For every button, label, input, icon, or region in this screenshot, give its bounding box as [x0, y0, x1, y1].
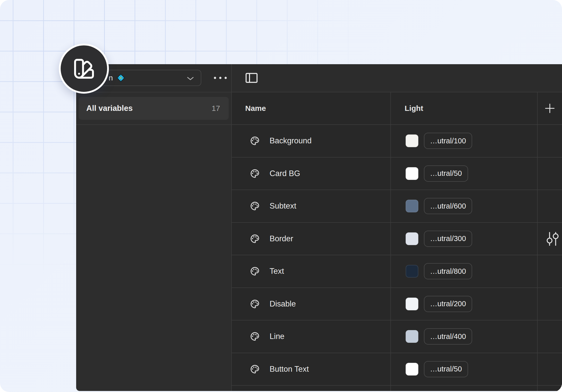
toggle-sidebar-button[interactable]: [244, 71, 259, 85]
color-swatch[interactable]: [406, 200, 418, 212]
color-swatch[interactable]: [406, 167, 418, 180]
more-options-button[interactable]: [211, 71, 229, 85]
sidebar-item-all-variables[interactable]: All variables 17: [79, 97, 229, 120]
name-cell: Disable: [232, 288, 391, 320]
color-swatch[interactable]: [406, 134, 418, 147]
palette-icon: [250, 364, 260, 374]
light-mode-cell: …utral/50: [391, 158, 538, 190]
table-header: Name Light: [232, 92, 562, 124]
palette-icon: [250, 234, 260, 244]
panel-topbar: n: [76, 64, 562, 92]
name-cell: Subtext: [232, 190, 391, 222]
column-header-name: Name: [245, 92, 266, 124]
value-alias-chip[interactable]: …utral/800: [424, 263, 472, 279]
row-actions-cell: [538, 125, 562, 157]
topbar-divider: [76, 92, 562, 92]
variables-badge: [59, 44, 109, 94]
variable-name: Card BG: [270, 169, 300, 178]
light-mode-cell: …utral/800: [391, 255, 538, 287]
variables-table-body: Background …utral/100 Card BG …utral/50: [232, 125, 562, 391]
palette-icon: [250, 201, 260, 211]
name-cell: Border: [232, 223, 391, 255]
variable-name: Border: [270, 234, 293, 243]
variable-name: Disable: [270, 299, 296, 309]
name-cell: Card BG: [232, 158, 391, 190]
name-light-column-divider: [390, 92, 391, 391]
row-actions-cell: [538, 158, 562, 190]
row-actions-cell: [538, 255, 562, 287]
table-row[interactable]: Disable …utral/200: [232, 288, 562, 321]
palette-icon: [250, 299, 260, 309]
table-row[interactable]: Card BG …utral/50: [232, 158, 562, 190]
name-cell: Background: [232, 125, 391, 157]
light-mode-cell: …utral/400: [391, 320, 538, 353]
table-row[interactable]: Subtext …utral/600: [232, 190, 562, 223]
color-swatch[interactable]: [406, 298, 418, 310]
palette-icon: [250, 136, 260, 146]
collections-sidebar: All variables 17: [76, 92, 231, 124]
swatch-book-icon: [72, 57, 96, 81]
color-swatch[interactable]: [406, 265, 418, 278]
row-actions-cell: [538, 190, 562, 222]
light-mode-cell: …utral/300: [391, 223, 538, 255]
library-diamond-icon: [117, 74, 125, 82]
collection-name: n: [109, 74, 113, 82]
name-cell: Line: [232, 320, 391, 353]
plus-icon: [544, 103, 555, 114]
color-swatch[interactable]: [406, 363, 418, 376]
table-row-partial: [232, 386, 562, 391]
variable-name: Line: [270, 332, 285, 341]
table-row[interactable]: Border …utral/300: [232, 223, 562, 255]
table-row[interactable]: Line …utral/400: [232, 320, 562, 353]
palette-icon: [250, 266, 260, 276]
header-divider: [76, 124, 562, 125]
value-alias-chip[interactable]: …utral/100: [424, 133, 472, 149]
column-header-light: Light: [405, 92, 423, 124]
table-row[interactable]: Button Text …utral/50: [232, 353, 562, 386]
name-cell: Text: [232, 255, 391, 287]
row-actions-cell: [538, 320, 562, 353]
value-alias-chip[interactable]: …utral/200: [424, 296, 472, 312]
row-actions-cell: [538, 288, 562, 320]
ellipsis-icon: [213, 76, 227, 79]
table-row[interactable]: Text …utral/800: [232, 255, 562, 288]
value-alias-chip[interactable]: …utral/50: [424, 361, 468, 377]
sliders-icon[interactable]: [546, 230, 559, 247]
chevron-down-icon: [187, 76, 194, 81]
variable-name: Subtext: [270, 201, 296, 211]
variable-name: Background: [270, 136, 311, 145]
light-mode-cell: …utral/200: [391, 288, 538, 320]
palette-icon: [250, 168, 260, 179]
sidebar-item-label: All variables: [86, 104, 212, 113]
add-variable-button[interactable]: [538, 92, 562, 124]
color-swatch[interactable]: [406, 330, 418, 343]
light-mode-cell: …utral/600: [391, 190, 538, 222]
variable-name: Text: [270, 267, 284, 276]
light-mode-cell: …utral/50: [391, 353, 538, 385]
variable-name: Button Text: [270, 365, 309, 374]
light-add-column-divider: [537, 92, 538, 391]
table-row[interactable]: Background …utral/100: [232, 125, 562, 158]
row-actions-cell: [538, 353, 562, 385]
variables-panel: n: [76, 64, 562, 391]
sidebar-table-divider: [231, 64, 232, 391]
value-alias-chip[interactable]: …utral/300: [424, 231, 472, 247]
row-actions-cell: [538, 223, 562, 255]
name-cell: Button Text: [232, 353, 391, 385]
value-alias-chip[interactable]: …utral/400: [424, 328, 472, 345]
screenshot-card: n: [0, 0, 562, 392]
value-alias-chip[interactable]: …utral/50: [424, 165, 468, 182]
color-swatch[interactable]: [406, 232, 418, 245]
palette-icon: [250, 331, 260, 342]
light-mode-cell: …utral/100: [391, 125, 538, 157]
variable-count-badge: 17: [212, 104, 220, 113]
panel-left-icon: [245, 73, 258, 83]
value-alias-chip[interactable]: …utral/600: [424, 198, 472, 214]
